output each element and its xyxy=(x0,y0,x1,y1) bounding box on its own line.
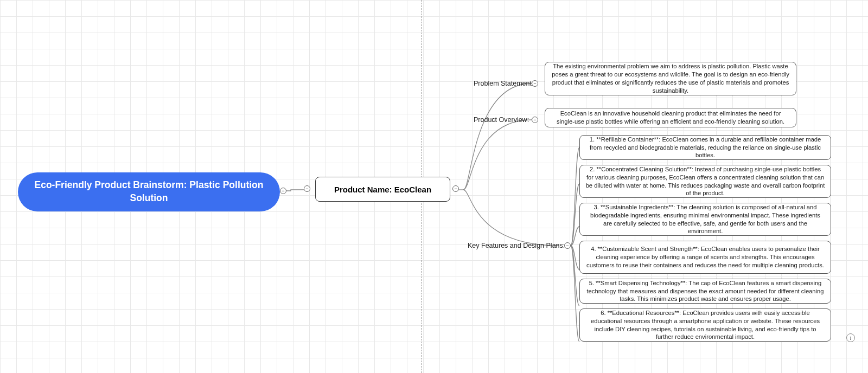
level1-left-toggle[interactable] xyxy=(304,185,310,192)
features-label[interactable]: Key Features and Design Plans: xyxy=(468,242,565,249)
overview-toggle[interactable] xyxy=(532,117,538,123)
level1-title: Product Name: EcoClean xyxy=(334,185,431,194)
feature-4[interactable]: 4. **Customizable Scent and Strength**: … xyxy=(579,241,831,274)
overview-text[interactable]: EcoClean is an innovative household clea… xyxy=(545,108,796,127)
problem-toggle[interactable] xyxy=(532,80,538,87)
mindmap-canvas[interactable]: Eco-Friendly Product Brainstorm: Plastic… xyxy=(0,0,868,373)
problem-label[interactable]: Problem Statement: xyxy=(474,80,533,87)
level1-right-toggle[interactable] xyxy=(452,185,459,192)
feature-2[interactable]: 2. **Concentrated Cleaning Solution**: I… xyxy=(579,165,831,198)
features-toggle[interactable] xyxy=(564,242,571,249)
feature-6[interactable]: 6. **Educational Resources**: EcoClean p… xyxy=(579,308,831,342)
root-node[interactable]: Eco-Friendly Product Brainstorm: Plastic… xyxy=(18,172,280,211)
root-title: Eco-Friendly Product Brainstorm: Plastic… xyxy=(33,179,265,204)
root-collapse-toggle[interactable] xyxy=(280,188,286,194)
feature-5[interactable]: 5. **Smart Dispensing Technology**: The … xyxy=(579,279,831,304)
info-icon[interactable]: i xyxy=(846,333,855,342)
feature-3[interactable]: 3. **Sustainable Ingredients**: The clea… xyxy=(579,203,831,236)
level1-node[interactable]: Product Name: EcoClean xyxy=(315,177,450,202)
feature-1[interactable]: 1. **Refillable Container**: EcoClean co… xyxy=(579,135,831,160)
problem-text[interactable]: The existing environmental problem we ai… xyxy=(545,62,796,95)
overview-label[interactable]: Product Overview: xyxy=(474,116,529,124)
